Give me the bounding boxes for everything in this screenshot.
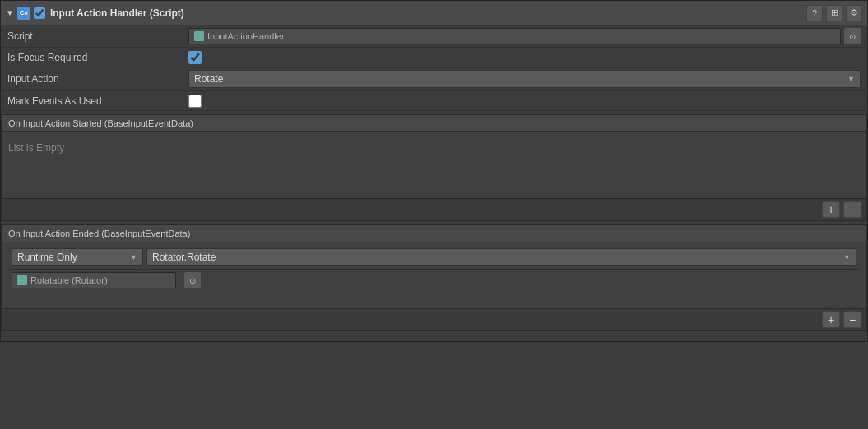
action-dropdown-value: Rotate [194, 73, 223, 85]
action-value-container: Rotate ▼ [188, 70, 861, 88]
script-target-btn[interactable]: ⊙ [844, 28, 861, 44]
panel-header: ▼ C# Input Action Handler (Script) ? ⊞ ⚙ [1, 1, 867, 25]
event-ended-entry-row: Runtime Only ▼ Rotator.Rotate ▼ [8, 246, 860, 270]
script-field: InputActionHandler [188, 28, 841, 44]
runtime-dropdown[interactable]: Runtime Only ▼ [12, 248, 143, 266]
list-empty-text: List is Empty [8, 136, 860, 160]
bottom-spacer [1, 334, 867, 341]
focus-checkbox[interactable] [188, 51, 202, 64]
event-started-add-btn[interactable]: + [822, 201, 840, 218]
rotator-action-arrow-icon: ▼ [843, 253, 851, 261]
event-started-footer: + − [2, 198, 866, 220]
collapse-arrow[interactable]: ▼ [6, 8, 14, 17]
object-icon [17, 275, 27, 285]
settings-icon-btn[interactable]: ⊞ [826, 5, 842, 21]
event-ended-header: On Input Action Ended (BaseInputEventDat… [2, 225, 866, 242]
mark-checkbox[interactable] [188, 95, 202, 108]
enable-checkbox[interactable] [34, 7, 45, 19]
header-icons: ? ⊞ ⚙ [806, 5, 862, 21]
panel-body: Script InputActionHandler ⊙ Is Focus Req… [1, 25, 867, 341]
runtime-dropdown-value: Runtime Only [17, 251, 77, 263]
event-started-remove-btn[interactable]: − [843, 201, 861, 218]
event-started-header: On Input Action Started (BaseInputEventD… [2, 115, 866, 132]
focus-row: Is Focus Required [1, 48, 867, 67]
script-value: InputActionHandler [207, 31, 285, 41]
object-target-btn[interactable]: ⊙ [184, 272, 201, 288]
component-panel: ▼ C# Input Action Handler (Script) ? ⊞ ⚙… [0, 0, 868, 342]
action-label: Input Action [7, 73, 188, 85]
object-label: Rotatable (Rotator) [30, 275, 108, 285]
action-row: Input Action Rotate ▼ [1, 67, 867, 91]
object-field: Rotatable (Rotator) [12, 272, 176, 288]
event-ended-title: On Input Action Ended (BaseInputEventDat… [8, 228, 190, 238]
event-ended-remove-btn[interactable]: − [843, 311, 861, 328]
event-ended-body: Runtime Only ▼ Rotator.Rotate ▼ Rotatabl… [2, 242, 866, 308]
script-value-container: InputActionHandler ⊙ [188, 28, 861, 44]
event-ended-add-btn[interactable]: + [822, 311, 840, 328]
gear-icon-btn[interactable]: ⚙ [846, 5, 862, 21]
cs-icon: C# [17, 7, 30, 20]
action-dropdown[interactable]: Rotate ▼ [188, 70, 861, 88]
event-ended-section: On Input Action Ended (BaseInputEventDat… [1, 224, 867, 331]
script-label: Script [7, 30, 188, 42]
dropdown-arrow-icon: ▼ [847, 75, 855, 83]
event-ended-footer: + − [2, 308, 866, 330]
rotator-action-value: Rotator.Rotate [152, 251, 216, 263]
mark-label: Mark Events As Used [7, 95, 188, 107]
event-object-row: Rotatable (Rotator) ⊙ [8, 270, 860, 291]
focus-label: Is Focus Required [7, 52, 188, 63]
mark-value-container [188, 95, 861, 108]
focus-value-container [188, 51, 861, 64]
help-icon-btn[interactable]: ? [806, 5, 823, 21]
script-row: Script InputActionHandler ⊙ [1, 25, 867, 48]
event-started-title: On Input Action Started (BaseInputEventD… [8, 118, 193, 128]
panel-title: Input Action Handler (Script) [50, 7, 806, 19]
event-started-section: On Input Action Started (BaseInputEventD… [1, 114, 867, 221]
runtime-dropdown-arrow-icon: ▼ [130, 253, 137, 261]
script-icon [194, 31, 204, 41]
event-started-body: List is Empty [2, 132, 866, 198]
rotator-action-dropdown[interactable]: Rotator.Rotate ▼ [146, 248, 856, 266]
mark-row: Mark Events As Used [1, 91, 867, 111]
